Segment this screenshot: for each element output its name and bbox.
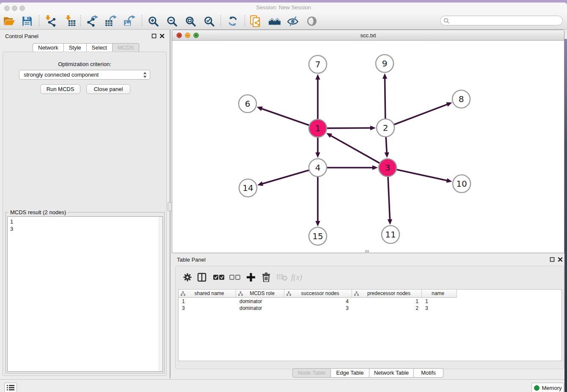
run-mcds-button[interactable]: Run MCDS xyxy=(40,84,80,94)
network-window-titlebar[interactable]: ✕ − + scc.txt xyxy=(172,30,564,41)
table-row[interactable]: 1dominator411 xyxy=(179,298,457,305)
toolbar-separator xyxy=(220,15,221,26)
zoom-out-icon[interactable] xyxy=(165,15,179,28)
deselect-all-boxes-icon[interactable] xyxy=(229,271,241,283)
birdseye-eye-icon[interactable] xyxy=(305,15,319,28)
column-header-name[interactable]: name xyxy=(422,290,457,298)
control-panel-close-icon[interactable] xyxy=(160,33,165,39)
tab-network[interactable]: Network xyxy=(33,43,64,52)
home-network-icon[interactable] xyxy=(267,15,282,28)
tab-edge-table[interactable]: Edge Table xyxy=(331,368,369,378)
graph-node-label: 11 xyxy=(385,229,396,240)
import-network-icon[interactable] xyxy=(43,15,57,28)
tab-motifs[interactable]: Motifs xyxy=(414,368,443,378)
control-panel-float-icon[interactable] xyxy=(151,33,157,39)
column-header-MCDS-role[interactable]: MCDS role xyxy=(236,290,284,298)
table-cell[interactable]: 1 xyxy=(352,298,422,305)
control-panel-tabs: NetworkStyleSelectMCDS xyxy=(33,43,139,52)
edge-2-3[interactable] xyxy=(386,136,387,153)
mcds-result-group: MCDS result (2 nodes) 13 xyxy=(6,212,165,373)
settings-gear-icon[interactable] xyxy=(182,271,193,283)
table-cell[interactable]: 3 xyxy=(284,305,352,312)
table-cell[interactable]: 1 xyxy=(179,298,236,305)
table-cell[interactable]: 3 xyxy=(422,305,457,312)
memory-button[interactable]: Memory xyxy=(531,383,564,392)
toolbar-separator xyxy=(142,15,142,26)
delete-column-icon[interactable] xyxy=(260,271,272,283)
status-bar: Memory xyxy=(0,379,567,392)
save-session-icon[interactable] xyxy=(20,15,34,28)
table-cell[interactable]: 1 xyxy=(422,298,457,305)
table-cell[interactable]: dominator xyxy=(236,298,284,305)
export-network-icon[interactable] xyxy=(85,15,99,28)
export-image-icon[interactable] xyxy=(122,15,137,28)
table-row[interactable]: 3dominator323 xyxy=(179,305,457,312)
table-cell[interactable]: dominator xyxy=(236,305,284,312)
open-file-icon[interactable] xyxy=(2,15,17,28)
edge-1-6[interactable] xyxy=(261,108,310,126)
tab-mcds[interactable]: MCDS xyxy=(113,43,139,52)
edge-arrowhead xyxy=(315,74,320,80)
zoom-in-icon[interactable] xyxy=(146,15,160,28)
column-header-successor-nodes[interactable]: successor nodes xyxy=(284,290,352,298)
list-icon xyxy=(7,385,14,391)
edge-3-11[interactable] xyxy=(388,176,390,220)
export-table-icon[interactable] xyxy=(104,15,118,28)
hide-details-eye-icon[interactable] xyxy=(286,15,300,28)
clone-network-icon[interactable] xyxy=(248,15,263,28)
desktop-wallpaper-strip xyxy=(564,39,567,392)
table-cell[interactable]: 3 xyxy=(179,305,236,312)
titlebar: Session: New Session xyxy=(0,3,567,12)
graph-node-label: 4 xyxy=(315,163,321,173)
column-header-shared-name[interactable]: shared name xyxy=(179,290,236,298)
memory-status-dot xyxy=(534,385,539,391)
table-cell[interactable]: 4 xyxy=(284,298,352,305)
result-line: 1 xyxy=(10,218,13,225)
tab-node-table[interactable]: Node Table xyxy=(292,368,331,378)
import-table-icon[interactable] xyxy=(63,15,77,28)
select-stepper-icon xyxy=(143,72,147,78)
graph-node-label: 10 xyxy=(456,179,467,189)
tab-style[interactable]: Style xyxy=(64,43,87,52)
table-cell[interactable]: 2 xyxy=(352,305,422,312)
mcds-result-title: MCDS result (2 nodes) xyxy=(8,209,68,215)
edge-2-8[interactable] xyxy=(393,104,448,125)
select-all-checks-icon[interactable] xyxy=(213,271,225,283)
refresh-icon[interactable] xyxy=(226,15,240,28)
graph-node-label: 6 xyxy=(245,99,250,109)
edge-3-10[interactable] xyxy=(396,169,448,181)
zoom-fit-icon[interactable] xyxy=(183,15,198,28)
edge-4-14[interactable] xyxy=(262,170,310,184)
close-panel-button[interactable]: Close panel xyxy=(86,84,130,94)
mcds-result-textarea[interactable]: 13 xyxy=(7,216,163,372)
network-canvas[interactable]: 7968124314101511 xyxy=(172,41,564,253)
table-panel-body: f(x) shared nameMCDS rolesuccessor nodes… xyxy=(175,266,564,369)
edge-arrowhead xyxy=(257,107,263,111)
graph-node-label: 1 xyxy=(315,123,321,133)
column-header-predecessor-nodes[interactable]: predecessor nodes xyxy=(352,290,422,298)
tab-network-table[interactable]: Network Table xyxy=(369,368,414,378)
column-header-label: MCDS role xyxy=(243,290,284,296)
canvas-resize-handle[interactable] xyxy=(365,250,369,253)
edge-3-1[interactable] xyxy=(330,135,381,164)
search-box[interactable] xyxy=(440,16,563,25)
task-history-button[interactable] xyxy=(4,383,17,392)
optimization-criterion-select[interactable]: strongly connected component xyxy=(19,70,150,80)
edge-1-2[interactable] xyxy=(326,128,371,128)
add-column-icon[interactable] xyxy=(245,271,257,283)
edge-2-9[interactable] xyxy=(385,78,385,120)
column-header-label: shared name xyxy=(185,290,236,296)
search-icon xyxy=(443,18,450,24)
result-scrollbar[interactable] xyxy=(159,217,162,371)
edge-arrowhead xyxy=(446,178,452,183)
edge-arrowhead xyxy=(446,102,452,107)
zoom-selected-icon[interactable] xyxy=(202,15,216,28)
table-panel-close-icon[interactable] xyxy=(558,257,563,262)
table-panel-float-icon[interactable] xyxy=(550,257,555,262)
graph-node-label: 2 xyxy=(383,123,388,133)
split-panes-icon[interactable] xyxy=(196,271,208,283)
tab-select[interactable]: Select xyxy=(87,43,113,52)
search-input[interactable] xyxy=(451,17,560,25)
graph-svg: 7968124314101511 xyxy=(172,41,564,253)
network-view-window: ✕ − + scc.txt 7968124314101511 xyxy=(172,30,564,253)
